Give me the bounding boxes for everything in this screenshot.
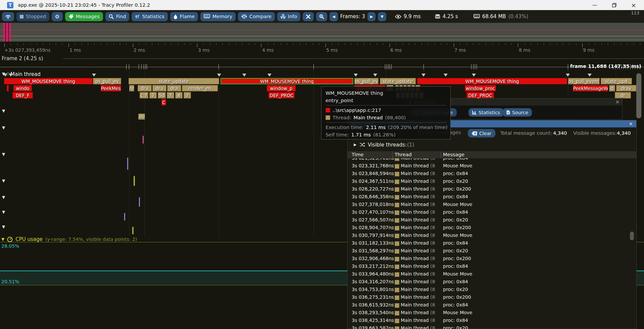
zone-selected[interactable]: WM_MOUSEMOVE thing	[220, 78, 353, 84]
zone[interactable]: 7	[149, 92, 157, 98]
prev-frame-button[interactable]: ◀	[330, 12, 338, 21]
zone[interactable]: DEF_PROC	[268, 92, 295, 98]
zone[interactable]: window_p	[267, 85, 296, 91]
flame-button[interactable]: Flame	[170, 12, 198, 21]
zone-marker[interactable]	[242, 74, 246, 77]
table-row[interactable]: 3s 023,321,768nsMain thread(8Mouse Move	[348, 162, 636, 170]
thread-collapse-arrow[interactable]: ▼	[2, 195, 5, 199]
zone[interactable]: dra	[167, 85, 181, 91]
zone[interactable]: 7	[184, 92, 191, 98]
visible-threads-expand-icon[interactable]: ▶	[354, 142, 356, 147]
table-row[interactable]: 3s 027,566,507nsMain thread(8proc: 0x20	[348, 216, 636, 224]
cpu-collapse-arrow[interactable]: ▼	[1, 237, 4, 241]
zone[interactable]: C	[161, 99, 166, 106]
zone[interactable]: 8	[175, 92, 183, 98]
column-header-time[interactable]: Time	[352, 152, 364, 157]
table-row[interactable]: 3s 033,217,212nsMain thread(8proc: 0x84	[348, 263, 636, 271]
zone[interactable]: state_update	[129, 78, 219, 84]
zone[interactable]: dra	[138, 85, 152, 91]
frame-time-bar[interactable]	[6, 23, 8, 42]
zone[interactable]: os_pull_event	[568, 78, 600, 84]
table-row[interactable]: 3s 034,753,801nsMain thread(8proc: 0x20	[348, 286, 636, 294]
table-row[interactable]: 3s 034,316,207nsMain thread(8proc: 0x84	[348, 278, 636, 286]
zone-marker[interactable]	[373, 74, 377, 77]
zone-marker[interactable]	[472, 74, 476, 77]
next-frame-button[interactable]: ▶	[367, 12, 376, 21]
zone[interactable]: 5d	[158, 92, 166, 98]
statistics-button[interactable]: Statistics	[132, 12, 167, 21]
table-row[interactable]: 3s 038,425,314nsMain thread(8proc: 0x84	[348, 317, 636, 325]
column-header-thread[interactable]: Thread	[395, 152, 412, 157]
zone[interactable]: re	[129, 85, 134, 91]
thread-collapse-arrow[interactable]: ▼	[2, 152, 5, 156]
table-row[interactable]: 3s 030,797,914nsMain thread(8Mouse Move	[348, 232, 636, 240]
zone[interactable]: sta	[138, 114, 145, 120]
find-button[interactable]: Find	[105, 12, 130, 21]
zone[interactable]: os_pull_ev	[93, 78, 121, 84]
zone-marker[interactable]	[3, 74, 7, 77]
frame-dropdown-button[interactable]: ▼	[378, 12, 386, 21]
thread-collapse-arrow[interactable]: ▼	[2, 109, 5, 113]
zone-marker[interactable]	[217, 74, 221, 77]
table-row[interactable]: 3s 038,293,540nsMain thread(8Mouse Move	[348, 309, 636, 317]
zone[interactable]: WM_MOUSEMOVE thing	[4, 78, 93, 84]
table-row[interactable]: 3s 028,904,707nsMain thread(8proc: 0x200	[348, 224, 636, 232]
zone-marker[interactable]	[267, 74, 271, 77]
connection-button[interactable]	[2, 12, 14, 21]
zone-marker[interactable]	[422, 74, 426, 77]
thread-collapse-arrow[interactable]: ▼	[2, 179, 5, 183]
zone[interactable]: PeekMessageW	[573, 85, 608, 91]
shuffle-icon[interactable]	[360, 142, 365, 147]
zone[interactable]: WM_MOUSEMOVE thing	[417, 78, 567, 84]
column-separator[interactable]	[392, 151, 393, 158]
zone-info-close-icon[interactable]: ×	[615, 99, 620, 105]
table-row[interactable]: 3s 039,663,587nsMain thread(8proc: 0x20	[348, 325, 636, 329]
table-row[interactable]: 3s 026,220,727nsMain thread(8proc: 0x200	[348, 186, 636, 193]
table-row[interactable]: 3s 026,646,358nsMain thread(8proc: 0x84	[348, 193, 636, 201]
tools-button[interactable]	[303, 12, 314, 21]
zoom-in-button[interactable]	[316, 12, 327, 21]
table-row[interactable]: 3s 021,323,701nsMain thread(8proc: 0x84	[348, 158, 636, 162]
table-row[interactable]: 3s 027,470,107nsMain thread(8proc: 0x84	[348, 209, 636, 216]
zone[interactable]: c 7	[140, 92, 148, 98]
messages-button[interactable]: Messages	[65, 12, 103, 21]
table-row[interactable]: 3s 036,275,231nsMain thread(8proc: 0x200	[348, 294, 636, 301]
frames-overview-band[interactable]	[0, 23, 644, 42]
zone[interactable]: windo	[13, 85, 32, 91]
column-header-message[interactable]: Message	[443, 152, 464, 157]
minimize-button[interactable]: —	[587, 0, 602, 10]
thread-collapse-arrow[interactable]: ▼	[2, 210, 5, 214]
zone[interactable]: dr	[615, 92, 631, 98]
zone-marker[interactable]	[354, 74, 358, 77]
table-row[interactable]: 3s 031,568,297nsMain thread(8proc: 0x20	[348, 247, 636, 255]
zone[interactable]: drav	[616, 85, 636, 91]
clear-button[interactable]: Clear	[468, 129, 495, 137]
frame-time-bar[interactable]	[9, 23, 11, 42]
frame-time-bar[interactable]	[8, 23, 9, 42]
zone-statistics-button[interactable]: Statistics	[468, 108, 504, 117]
zone-marker[interactable]	[444, 74, 448, 77]
zone-marker[interactable]	[566, 74, 570, 77]
thread-collapse-arrow[interactable]: ▼	[2, 225, 5, 229]
table-row[interactable]: 3s 036,615,932nsMain thread(8proc: 0x84	[348, 301, 636, 309]
frame-time-bar[interactable]	[3, 23, 5, 42]
close-button[interactable]: ×	[626, 0, 641, 10]
messages-close-icon[interactable]: ×	[629, 121, 633, 126]
table-row[interactable]: 3s 024,367,511nsMain thread(8proc: 0x20	[348, 178, 636, 186]
zone[interactable]: d	[609, 85, 615, 91]
zone[interactable]	[132, 227, 134, 234]
frame-time-bar[interactable]	[5, 23, 6, 42]
timeline-scrollbar[interactable]	[636, 73, 641, 118]
zone[interactable]: window_proc	[465, 85, 496, 91]
zone[interactable]	[7, 85, 9, 91]
zone[interactable]: os_pull_ev	[354, 78, 379, 84]
table-row[interactable]: 3s 031,182,133nsMain thread(8proc: 0x84	[348, 240, 636, 247]
zone-source-button[interactable]: Source	[503, 108, 532, 117]
info-button[interactable]: Info	[277, 12, 300, 21]
zone[interactable]: dra	[152, 85, 166, 91]
memory-button[interactable]: Memory	[200, 12, 236, 21]
thread-collapse-arrow[interactable]: ▼	[2, 126, 5, 130]
zone-marker[interactable]	[588, 74, 592, 77]
stopped-button[interactable]: Stopped	[16, 12, 49, 21]
table-row[interactable]: 3s 033,964,480nsMain thread(8Mouse Move	[348, 271, 636, 278]
